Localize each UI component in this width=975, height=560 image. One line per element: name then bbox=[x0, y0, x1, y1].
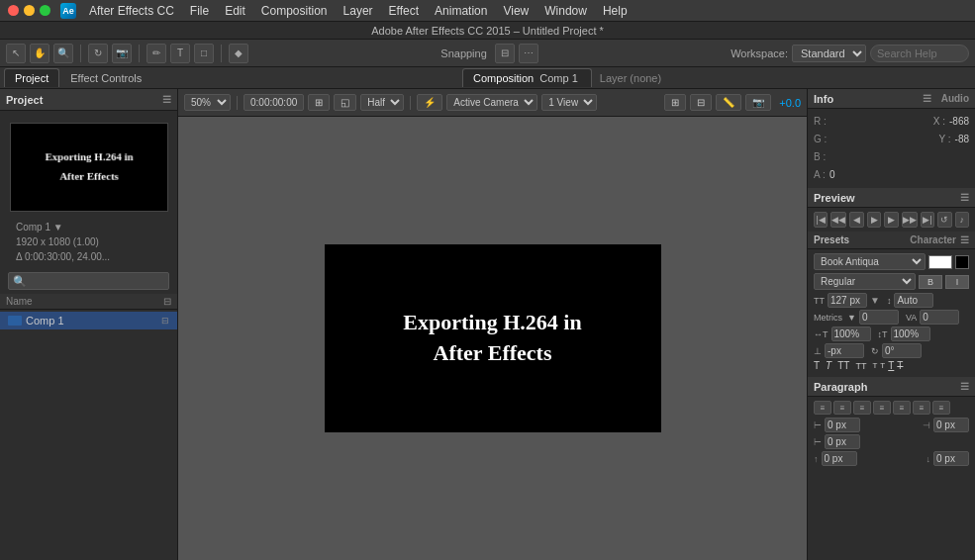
camera-tool-button[interactable]: 📷 bbox=[112, 44, 132, 63]
shape-tool-button[interactable]: □ bbox=[194, 44, 214, 63]
char-expand-icon[interactable]: ☰ bbox=[960, 234, 969, 245]
font-family-select[interactable]: Book Antiqua bbox=[814, 253, 926, 270]
comp-item-options[interactable]: ⊟ bbox=[161, 316, 169, 326]
preview-audio-button[interactable]: ♪ bbox=[955, 212, 969, 228]
stroke-color-box[interactable] bbox=[955, 255, 969, 269]
rulers-button[interactable]: 📏 bbox=[716, 94, 741, 111]
space-after-input[interactable] bbox=[933, 451, 969, 466]
transparency-button[interactable]: ◱ bbox=[334, 94, 356, 111]
right-panel: Info ☰ Audio R : X : -868 G : Y : -88 B … bbox=[807, 89, 975, 560]
justify-right-btn[interactable]: ≡ bbox=[913, 401, 930, 415]
underline-type-btn[interactable]: T bbox=[888, 360, 894, 371]
menu-help[interactable]: Help bbox=[596, 2, 634, 20]
pen-tool-button[interactable]: ✏ bbox=[146, 44, 166, 63]
close-button[interactable] bbox=[8, 5, 19, 16]
bold-type-btn[interactable]: T bbox=[814, 360, 820, 371]
italic-type-btn[interactable]: T bbox=[826, 360, 831, 371]
menu-edit[interactable]: Edit bbox=[218, 2, 252, 20]
text-tool-button[interactable]: T bbox=[170, 44, 190, 63]
puppet-tool-button[interactable]: ◆ bbox=[229, 44, 248, 63]
align-center-btn[interactable]: ≡ bbox=[833, 401, 851, 415]
snapshot-button[interactable]: 📷 bbox=[745, 94, 771, 111]
info-expand-icon[interactable]: ☰ bbox=[923, 93, 931, 104]
tsumi-input[interactable] bbox=[920, 310, 959, 325]
super-type-btn[interactable]: T bbox=[872, 361, 877, 370]
font-size-input[interactable] bbox=[828, 293, 867, 308]
rotation-input[interactable] bbox=[882, 343, 922, 358]
strikethrough-type-btn[interactable]: T bbox=[897, 360, 903, 371]
faux-italic-btn[interactable]: I bbox=[945, 275, 969, 289]
rotate-tool-button[interactable]: ↻ bbox=[88, 44, 108, 63]
font-style-select[interactable]: Regular bbox=[814, 273, 916, 290]
justify-center-btn[interactable]: ≡ bbox=[893, 401, 911, 415]
tab-project[interactable]: Project bbox=[4, 68, 59, 87]
menu-layer[interactable]: Layer bbox=[337, 2, 380, 20]
indent-l-icon: ⊢ bbox=[814, 420, 822, 430]
menu-composition[interactable]: Composition bbox=[254, 2, 335, 20]
selection-tool-button[interactable]: ↖ bbox=[6, 44, 26, 63]
preview-step-fwd-button[interactable]: ▶ bbox=[884, 212, 898, 228]
info-section: R : X : -868 G : Y : -88 B : A : 0 bbox=[808, 109, 975, 188]
type-buttons-row: T T TT TT T T T T bbox=[814, 360, 969, 371]
faux-bold-btn[interactable]: B bbox=[919, 275, 942, 289]
preview-first-button[interactable]: |◀ bbox=[814, 212, 828, 228]
camera-select[interactable]: Active Camera bbox=[446, 94, 537, 111]
preview-expand-icon[interactable]: ☰ bbox=[960, 192, 969, 203]
para-expand-icon[interactable]: ☰ bbox=[960, 381, 969, 392]
preview-step-back-button[interactable]: ◀ bbox=[849, 212, 863, 228]
comp-canvas-text: Exporting H.264 in After Effects bbox=[403, 308, 581, 369]
maximize-button[interactable] bbox=[40, 5, 50, 16]
guides-button[interactable]: ⊟ bbox=[690, 94, 712, 111]
space-before-input[interactable] bbox=[822, 451, 857, 466]
snapping-toggle[interactable]: ⊟ bbox=[495, 44, 515, 63]
preview-next-button[interactable]: ▶▶ bbox=[902, 212, 918, 228]
hand-tool-button[interactable]: ✋ bbox=[30, 44, 49, 63]
snapping-options[interactable]: ⋯ bbox=[519, 44, 538, 63]
caps-type-btn[interactable]: TT bbox=[837, 360, 849, 371]
zoom-tool-button[interactable]: 🔍 bbox=[53, 44, 73, 63]
scale-v-input[interactable] bbox=[891, 327, 930, 341]
sub-type-btn[interactable]: T bbox=[880, 361, 885, 370]
tab-composition[interactable]: Composition Comp 1 bbox=[462, 68, 592, 87]
preview-loop-button[interactable]: ↺ bbox=[937, 212, 951, 228]
fast-preview-button[interactable]: ⚡ bbox=[417, 94, 442, 111]
indent-l-input[interactable] bbox=[825, 418, 860, 432]
baseline-input[interactable] bbox=[825, 343, 864, 358]
align-right-btn[interactable]: ≡ bbox=[853, 401, 871, 415]
search-input[interactable] bbox=[870, 45, 969, 62]
quality-select[interactable]: Half bbox=[360, 94, 404, 111]
grid-button[interactable]: ⊞ bbox=[664, 94, 686, 111]
project-menu-icon[interactable]: ☰ bbox=[162, 94, 171, 105]
indent-r-input[interactable] bbox=[933, 418, 969, 432]
menu-aftereffects[interactable]: After Effects CC bbox=[82, 2, 181, 20]
align-left-btn[interactable]: ≡ bbox=[814, 401, 831, 415]
menu-view[interactable]: View bbox=[496, 2, 536, 20]
view-select[interactable]: 1 View bbox=[541, 94, 597, 111]
time-display[interactable]: 0:00:00:00 bbox=[244, 94, 304, 111]
character-section: Book Antiqua Regular B I TT ▼ ↕ Metri bbox=[808, 249, 975, 377]
menu-animation[interactable]: Animation bbox=[428, 2, 494, 20]
metrics-dropdown[interactable]: ▼ bbox=[847, 313, 856, 323]
minimize-button[interactable] bbox=[24, 5, 35, 16]
scale-h-input[interactable] bbox=[831, 327, 871, 341]
menu-file[interactable]: File bbox=[183, 2, 216, 20]
project-search-input[interactable] bbox=[8, 272, 169, 290]
list-options-icon[interactable]: ⊟ bbox=[163, 296, 171, 307]
preview-play-button[interactable]: ▶ bbox=[867, 212, 881, 228]
preview-last-button[interactable]: ▶| bbox=[921, 212, 934, 228]
tracking-input[interactable] bbox=[859, 310, 899, 325]
workspace-select[interactable]: Standard bbox=[792, 45, 866, 62]
font-color-box[interactable] bbox=[928, 255, 952, 269]
justify-left-btn[interactable]: ≡ bbox=[873, 401, 891, 415]
justify-all-btn[interactable]: ≡ bbox=[932, 401, 950, 415]
preview-prev-button[interactable]: ◀◀ bbox=[830, 212, 846, 228]
zoom-select[interactable]: 50% bbox=[184, 94, 231, 111]
project-item-comp1[interactable]: Comp 1 ⊟ bbox=[0, 312, 177, 329]
tab-effect-controls[interactable]: Effect Controls bbox=[59, 68, 152, 87]
region-of-interest-button[interactable]: ⊞ bbox=[308, 94, 330, 111]
firstline-input[interactable] bbox=[825, 434, 860, 449]
menu-window[interactable]: Window bbox=[537, 2, 594, 20]
menu-effect[interactable]: Effect bbox=[382, 2, 426, 20]
small-caps-type-btn[interactable]: TT bbox=[855, 361, 866, 371]
leading-input[interactable] bbox=[894, 293, 933, 308]
